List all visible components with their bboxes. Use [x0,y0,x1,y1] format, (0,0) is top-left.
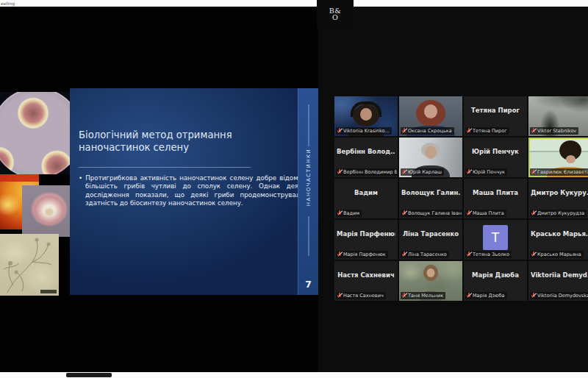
participant-name-label: Вербінн Володимир БТ-... [336,168,398,176]
participant-name-text: Маша Плита [473,210,504,216]
meeting-window: eeting [0,0,588,378]
participant-name-label: Тетяна Пирог [465,127,509,135]
muted-mic-icon [337,293,342,299]
participant-name-text: Viktor Stabnikov [537,128,576,134]
participant-tile-14[interactable]: Ліна ТарасенкоЛіна Тарасенко [399,220,462,260]
participant-name-label: Оксана Скроцька [401,127,454,135]
muted-mic-icon [402,252,406,257]
muted-mic-icon [531,293,536,299]
muted-mic-icon [467,252,471,257]
participant-tile-20[interactable]: Viktoriia Demyd...Viktoriia Demydovska [528,261,588,301]
participant-tile-16[interactable]: Красько Марья...Красько Марьяна [528,220,588,260]
hyphae-micrograph [0,234,59,296]
participant-name-text: Viktoriia Krasinko... [343,128,390,134]
participant-name-center: Вадим [337,189,395,196]
participant-name-center: Viktoriia Demyd... [531,271,588,279]
fungal-colonies-image [0,92,72,174]
participant-tile-17[interactable]: Настя СахневичНастя Сахневич [334,261,398,301]
participants-grid: Viktoriia Krasinko...Оксана СкроцькаТетя… [334,96,588,301]
participant-tile-9[interactable]: ВадимВадим [334,179,398,218]
muted-mic-icon [337,252,342,257]
participant-name-label: Вадим [336,210,362,217]
meeting-content: Біологічний метод отримання наночастинок… [0,7,588,372]
muted-mic-icon [402,293,406,299]
participant-name-text: Viktoriia Demydovska [537,293,588,299]
hyphae-drawing [0,234,59,296]
side-band-rule-bottom [308,216,309,255]
participant-name-center: Волощук Галин... [401,189,460,196]
participant-name-label: Таня Мельник [401,292,445,299]
participant-name-text: Тетяна Зьолко [473,252,509,257]
slide-section-label: НАНОЧАСТИНКИ [306,149,312,206]
participant-name-text: Юрій Пенчук [473,169,505,175]
muted-mic-icon [467,293,471,299]
slide-page-number: 7 [298,279,318,290]
petri-dish-photo [0,92,72,174]
participant-tile-2[interactable]: Оксана Скроцька [399,96,462,136]
scale-bar [40,290,57,293]
participant-tile-6[interactable]: Юрій Карлаш [399,138,462,177]
participant-name-text: Марія Дзюба [473,293,505,299]
participant-name-center: Красько Марья... [531,230,588,238]
participant-name-center: Марія Парфенюк [337,230,395,238]
participant-tile-15[interactable]: TТетяна Зьолко [464,220,527,260]
participant-name-label: Настя Сахневич [336,292,386,299]
participant-tile-11[interactable]: Маша ПлитаМаша Плита [464,179,527,218]
muted-mic-icon [337,128,342,134]
participant-name-text: Юрій Карлаш [408,169,442,175]
slide-bullet-text: • Протигрибкова активність наночастинок … [79,174,304,208]
participant-tile-8[interactable]: Гаврилюк Єлизавета [528,138,588,177]
participant-name-text: Дмитро Кукурудза [537,210,584,216]
slide: Біологічний метод отримання наночастинок… [70,88,318,295]
muted-mic-icon [467,169,471,175]
participant-tile-1[interactable]: Viktoriia Krasinko... [334,96,398,136]
participant-name-text: Волощук Галина Івані... [408,210,462,216]
participant-name-text: Настя Сахневич [343,293,384,299]
fungal-colony-closeup [22,185,76,237]
participant-name-center: Тетяна Пирог [466,107,525,114]
window-titlebar[interactable]: eeting [0,0,588,7]
participant-name-label: Дмитро Кукурудза [530,210,587,217]
taskbar-notch [66,373,112,377]
participant-tile-10[interactable]: Волощук Галин...Волощук Галина Івані... [399,179,462,218]
participant-name-label: Viktoriia Demydovska [530,292,588,299]
participant-name-label: Тетяна Зьолко [465,251,512,258]
slide-title: Біологічний метод отримання наночастинок… [79,129,271,154]
participant-name-center: Маша Плита [466,189,525,196]
participant-name-label: Марія Парфенюк [336,251,388,258]
slide-side-band: НАНОЧАСТИНКИ 7 [298,88,318,295]
side-band-rule-top [308,104,309,146]
participant-name-text: Оксана Скроцька [408,128,452,134]
muted-mic-icon [467,128,471,134]
participant-avatar: T [483,225,508,250]
participant-name-label: Красько Марьяна [530,251,584,258]
muted-mic-icon [531,128,536,134]
participant-name-center: Марія Дзюба [466,271,525,279]
window-title: eeting [1,1,15,6]
participant-name-center: Юрій Пенчук [466,148,525,155]
participant-tile-7[interactable]: Юрій ПенчукЮрій Пенчук [464,138,527,177]
participant-name-text: Гаврилюк Єлизавета [537,169,588,175]
muted-mic-icon [531,169,536,175]
participant-tile-18[interactable]: Таня Мельник [399,261,462,301]
participant-tile-3[interactable]: Тетяна ПирогТетяна Пирог [464,96,527,136]
bottom-strip [0,372,588,378]
shared-screen-presentation: Біологічний метод отримання наночастинок… [0,7,318,372]
participant-name-label: Волощук Галина Івані... [401,210,462,217]
participant-name-label: Юрій Пенчук [465,168,507,176]
participant-name-text: Тетяна Пирог [473,128,507,134]
participant-tile-12[interactable]: Дмитро Кукуру...Дмитро Кукурудза [528,179,588,218]
participant-tile-4[interactable]: Viktor Stabnikov [528,96,588,136]
participant-name-text: Ліна Тарасенко [408,252,447,257]
muted-mic-icon [531,210,536,216]
participant-name-center: Вербінн Волод... [337,148,395,155]
participant-name-label: Марія Дзюба [465,292,507,299]
participant-tile-13[interactable]: Марія ПарфенюкМарія Парфенюк [334,220,398,260]
muted-mic-icon [531,252,536,257]
participant-name-center: Настя Сахневич [337,271,395,279]
participant-tile-19[interactable]: Марія ДзюбаМарія Дзюба [464,261,527,301]
muted-mic-icon [337,169,342,175]
participant-name-label: Юрій Карлаш [401,168,444,176]
participant-tile-5[interactable]: Вербінн Волод...Вербінн Володимир БТ-... [334,138,398,177]
participant-name-label: Маша Плита [465,210,506,217]
